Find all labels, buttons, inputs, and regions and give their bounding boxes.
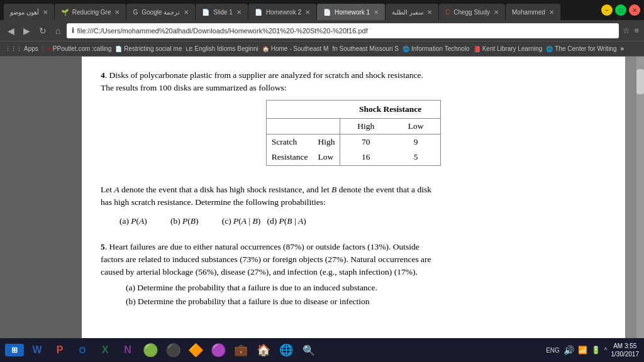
tab-arabic[interactable]: أهون موضو ✕ [4,4,54,20]
tab-icon: G [133,9,138,16]
bm-label: PPoutlet.com :calling [53,45,111,52]
home-button[interactable]: ⌂ [53,25,63,37]
close-button[interactable]: ✕ [629,4,640,16]
forward-button[interactable]: ▶ [21,25,33,37]
tab-label: Homework 1 [335,9,370,16]
tab-close-icon[interactable]: ✕ [305,9,310,16]
apps-icon: ⋮⋮⋮ [5,46,22,52]
tab-safeer[interactable]: سفير الطلبة ✕ [386,4,438,20]
resistance-label: Resistance [266,150,313,165]
pdf-content: 4. Disks of polycarbonate plastic from a… [82,57,625,338]
low-label: Low [313,150,340,165]
doc-icon: 📄 [115,46,122,52]
tab-google[interactable]: G Google ترجمة ✕ [126,4,195,20]
table-row-col-headers: High Low [266,118,441,134]
question4-parts: (a) P(A) (b) P(B) (c) P(A | B) (d) P(B |… [119,215,606,228]
tab-homework1[interactable]: 📄 Homework 1 ✕ [317,4,385,20]
maximize-button[interactable]: □ [615,4,626,16]
taskbar-icon3[interactable]: 🔶 [185,341,206,359]
bm-label: Information Technolo [411,45,470,52]
taskbar-outlook[interactable]: O [72,341,93,359]
tab-close-icon[interactable]: ✕ [43,9,48,16]
tab-close-icon[interactable]: ✕ [236,9,242,16]
tab-close-icon[interactable]: ✕ [184,9,189,16]
taskbar: ⊞ W P O X N 🟢 ⚫ 🔶 🟣 💼 🏠 🌐 🔍 ENG 🔊 📶 🔋 ^ … [0,338,644,362]
cell-low-low: 5 [391,150,441,165]
bm-more[interactable]: » [620,45,624,52]
date-display: 1/30/2017 [611,350,640,358]
taskbar-word[interactable]: W [26,341,48,359]
tab-label: Homewrok 2 [266,9,301,16]
taskbar-edge[interactable]: 🌐 [275,341,297,359]
title-bar: أهون موضو ✕ 🌱 Reducing Gre ✕ G Google تر… [0,0,644,20]
bm-label: English Idioms Beginni [195,45,258,52]
ppoutlet-icon: ● [47,46,50,52]
window-controls: − □ ✕ [596,4,640,16]
infotech-icon: 🌐 [402,46,409,52]
taskbar-excel[interactable]: X [94,341,116,359]
bm-label: Kent Library Learning [482,45,543,52]
taskbar-icon2[interactable]: ⚫ [162,341,184,359]
bm-label: Apps [24,45,38,52]
bm-southeast[interactable]: fn Southeast Missouri S [332,45,399,52]
bm-english[interactable]: LE English Idioms Beginni [186,45,258,52]
tab-mohammed[interactable]: Mohammed ✕ [506,4,560,20]
bm-ppoutlet[interactable]: ● PPoutlet.com :calling [47,45,111,52]
tab-chegg[interactable]: C Chegg Study ✕ [439,4,505,20]
volume-icon[interactable]: 🔊 [564,345,574,355]
bm-writing[interactable]: 🌐 The Center for Writing [546,45,616,52]
table-row-title: Shock Resistance [266,100,441,118]
tab-reducing[interactable]: 🌱 Reducing Gre ✕ [55,4,126,20]
tab-close-icon[interactable]: ✕ [114,9,119,16]
address-bar-icons: ☆ ≡ [623,26,639,35]
minimize-button[interactable]: − [601,4,613,16]
bm-apps[interactable]: ⋮⋮⋮ Apps [5,45,38,52]
start-button[interactable]: ⊞ [5,344,24,356]
bm-restricting[interactable]: 📄 Restricting social me [115,45,182,52]
tab-label: Mohammed [512,9,545,16]
tab-label: Google ترجمة [142,9,180,16]
taskbar-icon1[interactable]: 🟢 [140,341,161,359]
url-input[interactable]: ℹ file:///C:/Users/mohammed%20alhadi/Dow… [67,23,619,38]
tab-label: سفير الطلبة [392,9,423,16]
tab-close-icon[interactable]: ✕ [427,9,432,16]
menu-icon[interactable]: ≡ [634,26,639,35]
table-row-low: Resistance Low 16 5 [266,150,441,165]
bm-label: fn Southeast Missouri S [332,45,399,52]
url-icon: ℹ [72,26,74,35]
taskbar-icon6[interactable]: 🏠 [253,341,274,359]
star-icon[interactable]: ☆ [623,26,630,35]
taskbar-icon4[interactable]: 🟣 [208,341,229,359]
col-high-header: High [340,118,391,134]
taskbar-clock: AM 3:55 1/30/2017 [611,342,640,358]
reload-button[interactable]: ↻ [36,25,49,37]
network-icon[interactable]: 📶 [578,346,587,354]
bm-kent[interactable]: 📕 Kent Library Learning [474,45,543,52]
chevron-up-icon[interactable]: ^ [604,347,608,354]
scrollbar-thumb[interactable] [636,69,644,94]
tab-slide[interactable]: 📄 Slide 1 ✕ [196,4,248,20]
tab-icon: C [445,9,450,16]
tab-close-icon[interactable]: ✕ [549,9,554,16]
bm-infotech[interactable]: 🌐 Information Technolo [402,45,470,52]
tab-homewrok2[interactable]: 📄 Homewrok 2 ✕ [248,4,316,20]
cell-low-high: 16 [340,150,391,165]
scrollbar[interactable] [636,57,644,338]
taskbar-onenote[interactable]: N [117,341,138,359]
taskbar-icon5[interactable]: 💼 [230,341,252,359]
battery-icon[interactable]: 🔋 [591,346,601,354]
col-low-header: Low [391,118,441,134]
taskbar-powerpoint[interactable]: P [49,341,70,359]
question4-problem: Let A denote the event that a disk has h… [101,184,606,209]
home-se-icon: 🏠 [262,46,269,52]
tab-close-icon[interactable]: ✕ [374,9,379,16]
english-icon: LE [186,46,193,52]
table-row-high: Scratch High 70 9 [266,134,441,150]
taskbar-search[interactable]: 🔍 [298,341,319,359]
tab-close-icon[interactable]: ✕ [494,9,499,16]
browser-tabs: أهون موضو ✕ 🌱 Reducing Gre ✕ G Google تر… [4,0,596,20]
back-button[interactable]: ◀ [5,25,17,37]
browser-content: 4. Disks of polycarbonate plastic from a… [0,57,644,338]
question5-text: 5. Heart failures are due to either natu… [101,241,606,279]
bm-home-se[interactable]: 🏠 Home - Southeast M [262,45,329,52]
